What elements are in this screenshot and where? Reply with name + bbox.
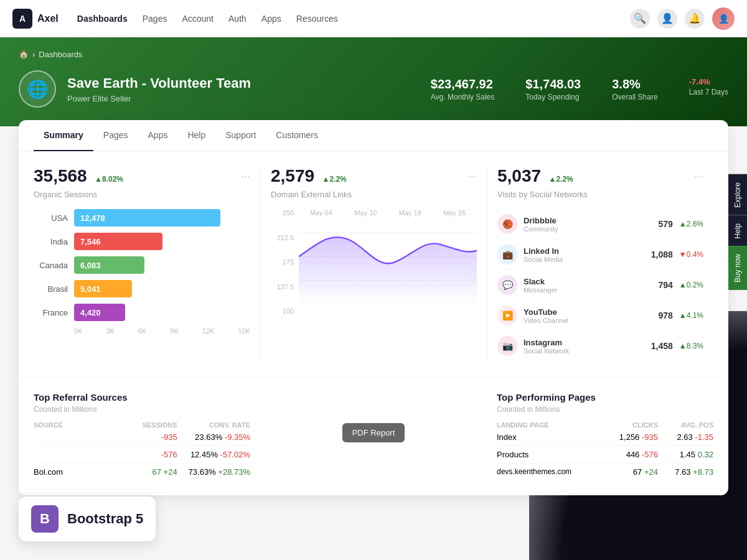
performing-header: LANDING PAGE CLICKS AVG. POS	[497, 421, 713, 429]
tab-pages[interactable]: Pages	[93, 120, 138, 151]
stat-label: Last 7 Days	[689, 88, 728, 96]
stat-overall-share: 3.8% Overall Share	[612, 77, 657, 101]
social-linkedin: 💼 Linked In Social Media 1,088 ▼0.4%	[497, 240, 703, 270]
organic-section: 35,568 ▲8.02% ··· Organic Sessions USA 1…	[34, 166, 260, 362]
hero-info: Save Earth - Volunteer Team Power Elite …	[67, 75, 251, 103]
nav-links: Dashboards Pages Account Auth Apps Resou…	[77, 14, 630, 24]
bootstrap-icon: B	[31, 505, 59, 533]
referral-title: Top Referral Sources	[34, 392, 250, 403]
brand-icon: A	[12, 9, 32, 29]
bar-row-canada: Canada 6,083	[34, 256, 250, 274]
profile-icon[interactable]: 👤	[657, 9, 677, 29]
domain-header: 2,579 ▲2.2% ···	[271, 166, 477, 186]
bar-row-brasil: Brasil 5,041	[34, 280, 250, 297]
bar-row-usa: USA 12,478	[34, 209, 250, 226]
bar-row-india: India 7,546	[34, 233, 250, 250]
nav-auth[interactable]: Auth	[228, 14, 247, 24]
social-slack: 💬 Slack Messanger 794 ▲0.2%	[497, 270, 703, 301]
social-more-btn[interactable]: ···	[694, 170, 703, 183]
line-chart-svg	[299, 209, 477, 304]
nav-pages[interactable]: Pages	[143, 14, 167, 24]
hero-subtitle: Power Elite Seller	[67, 94, 251, 103]
stat-monthly-sales: $23,467.92 Avg. Monthly Sales	[431, 77, 495, 101]
buy-now-tab[interactable]: Buy now	[728, 246, 747, 290]
hero-section: 🏠 › Dashboards 🌐 Save Earth - Volunteer …	[0, 37, 747, 126]
domain-more-btn[interactable]: ···	[467, 170, 477, 183]
nav-right: 🔍 👤 🔔 👤	[630, 7, 735, 30]
brand[interactable]: A Axel	[12, 9, 59, 29]
y-axis: 250 212.5 175 137.5 100	[271, 209, 299, 315]
navbar: A Axel Dashboards Pages Account Auth App…	[0, 0, 747, 37]
brand-name: Axel	[37, 13, 59, 24]
hero-stats: $23,467.92 Avg. Monthly Sales $1,748.03 …	[431, 77, 728, 101]
tab-help[interactable]: Help	[177, 120, 215, 151]
nav-dashboards[interactable]: Dashboards	[77, 14, 128, 24]
stat-label: Avg. Monthly Sales	[431, 93, 495, 101]
bar-row-france: France 4,420	[34, 304, 250, 321]
social-label: Visits by Social Networks	[497, 190, 703, 199]
performing-title: Top Performing Pages	[497, 392, 713, 403]
search-icon[interactable]: 🔍	[630, 9, 650, 29]
nav-resources[interactable]: Resources	[296, 14, 338, 24]
hero-content: 🌐 Save Earth - Volunteer Team Power Elit…	[19, 70, 728, 108]
avatar[interactable]: 👤	[712, 7, 735, 30]
stat-value-neg: -7.4%	[689, 77, 728, 86]
social-header: 5,037 ▲2.2% ···	[497, 166, 703, 186]
stat-today-spending: $1,748.03 Today Spending	[525, 77, 581, 101]
stat-value: $1,748.03	[525, 77, 581, 91]
hero-title: Save Earth - Volunteer Team	[67, 75, 251, 91]
performing-sub: Counted in Millions	[497, 405, 713, 414]
stat-value: $23,467.92	[431, 77, 495, 91]
social-section: 5,037 ▲2.2% ··· Visits by Social Network…	[487, 166, 713, 362]
referral-row-3: Bol.com 67 +24 73.63% +28.73%	[34, 464, 250, 480]
home-icon[interactable]: 🏠	[19, 50, 29, 59]
referral-sub: Counted in Millions	[34, 405, 250, 414]
bar-labels: 0K 3K 6K 9K 12K 15K	[34, 327, 250, 335]
breadcrumb: 🏠 › Dashboards	[19, 50, 728, 59]
side-tabs: Explore Help Buy now	[728, 174, 747, 290]
domain-change: ▲2.2%	[322, 175, 347, 184]
bottom-grid: Top Referral Sources Counted in Millions…	[19, 377, 728, 495]
organic-value: 35,568	[34, 166, 87, 185]
hero-logo: 🌐	[19, 70, 56, 108]
performing-row-2: Products 446 -576 1.45 0.32	[497, 446, 713, 464]
social-table: 🏀 Dribbble Community 579 ▲2.6% 💼 Linked …	[497, 209, 703, 362]
breadcrumb-current: Dashboards	[39, 50, 82, 59]
social-value: 5,037	[497, 166, 541, 185]
performing-row-1: Index 1,256 -935 2.63 -1.35	[497, 429, 713, 446]
help-tab[interactable]: Help	[728, 215, 747, 246]
social-dribbble: 🏀 Dribbble Community 579 ▲2.6%	[497, 209, 703, 240]
metrics-grid: 35,568 ▲8.02% ··· Organic Sessions USA 1…	[19, 151, 728, 377]
performing-section: Top Performing Pages Counted in Millions…	[497, 392, 713, 480]
tab-summary[interactable]: Summary	[34, 120, 93, 151]
organic-header: 35,568 ▲8.02% ···	[34, 166, 250, 186]
referral-table-header: SOURCE SESSIONS CONV. RATE	[34, 421, 250, 429]
notification-icon[interactable]: 🔔	[685, 9, 705, 29]
domain-value: 2,579	[271, 166, 314, 185]
tab-customers[interactable]: Customers	[266, 120, 328, 151]
social-youtube: ▶️ YouTube Video Channel 978 ▲4.1%	[497, 301, 703, 331]
referral-row-1: -935 23.63% -9.35%	[34, 429, 250, 446]
explore-tab[interactable]: Explore	[728, 174, 747, 215]
stat-value: 3.8%	[612, 77, 657, 91]
tab-support[interactable]: Support	[215, 120, 266, 151]
referral-row-2: -576 12.45% -57.02%	[34, 446, 250, 464]
organic-change: ▲8.02%	[95, 175, 123, 184]
performing-row-3: devs.keenthemes.com 67 +24 7.63 +8.73	[497, 464, 713, 480]
card-tabs: Summary Pages Apps Help Support Customer…	[19, 120, 728, 151]
domain-section: 2,579 ▲2.2% ··· Domain External Links 25…	[260, 166, 487, 362]
referral-section: Top Referral Sources Counted in Millions…	[34, 392, 250, 480]
stat-label: Today Spending	[525, 93, 581, 101]
bootstrap-label: Bootstrap 5	[67, 511, 143, 527]
nav-account[interactable]: Account	[182, 14, 214, 24]
nav-apps[interactable]: Apps	[261, 14, 281, 24]
line-chart: 250 212.5 175 137.5 100	[271, 209, 477, 334]
tab-apps[interactable]: Apps	[138, 120, 178, 151]
organic-label: Organic Sessions	[34, 190, 250, 199]
bootstrap-badge: B Bootstrap 5	[19, 497, 156, 541]
social-change: ▲2.2%	[549, 175, 573, 184]
domain-label: Domain External Links	[271, 190, 477, 199]
organic-more-btn[interactable]: ···	[241, 170, 250, 183]
pdf-report-btn[interactable]: PDF Report	[342, 423, 405, 442]
pdf-section: PDF Report	[265, 392, 482, 480]
